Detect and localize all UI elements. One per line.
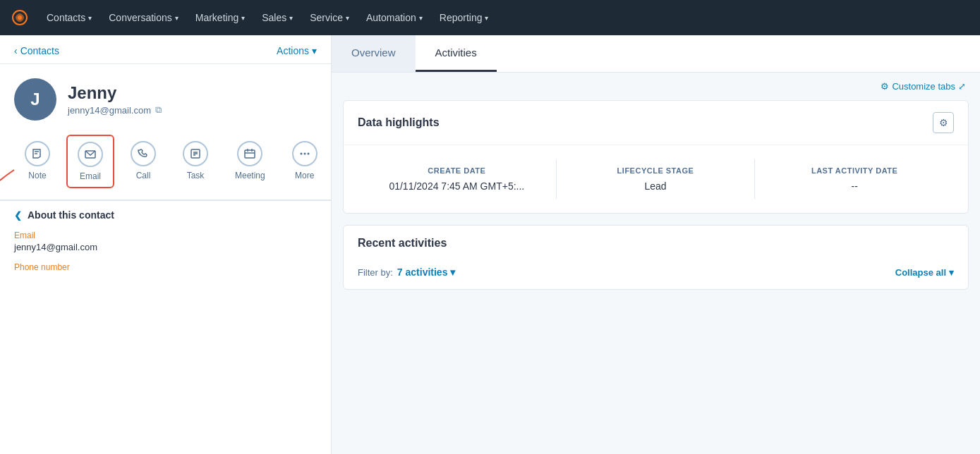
about-header: ❮ About this contact [14, 209, 317, 221]
highlight-last-activity: LAST ACTIVITY DATE -- [755, 159, 954, 199]
last-activity-label: LAST ACTIVITY DATE [769, 166, 940, 175]
nav-service[interactable]: Service ▾ [303, 8, 356, 27]
actions-chevron-icon: ▾ [312, 45, 317, 56]
data-highlights-card: Data highlights ⚙ CREATE DATE 01/11/2024… [343, 100, 969, 214]
customize-bar: ⚙ Customize tabs ⤢ [343, 73, 969, 100]
meeting-icon [237, 141, 262, 166]
note-icon [25, 141, 50, 166]
tab-activities-label: Activities [435, 47, 477, 59]
contact-email-value: jenny14@gmail.com [68, 105, 151, 116]
call-button[interactable]: Call [120, 135, 167, 188]
recent-activities-title: Recent activities [358, 237, 447, 250]
actions-button[interactable]: Actions ▾ [277, 45, 317, 56]
hubspot-logo [11, 9, 28, 26]
contact-info: J Jenny jenny14@gmail.com ⧉ [0, 64, 331, 128]
call-icon [131, 141, 156, 166]
highlight-create-date: CREATE DATE 01/11/2024 7:45 AM GMT+5:... [358, 159, 557, 199]
back-to-contacts-link[interactable]: ‹ Contacts [14, 45, 59, 56]
filter-prefix-label: Filter by: [358, 267, 393, 278]
about-section: ❮ About this contact Email jenny14@gmail… [0, 200, 331, 290]
note-label: Note [28, 171, 46, 180]
meeting-label: Meeting [235, 171, 265, 180]
customize-tabs-link[interactable]: ⚙ Customize tabs ⤢ [881, 81, 966, 92]
svg-point-1 [18, 16, 22, 20]
email-button[interactable]: Email [66, 135, 114, 188]
more-icon [292, 141, 317, 166]
main-layout: ‹ Contacts Actions ▾ J Jenny jenny14@gma… [0, 35, 980, 454]
nav-sales[interactable]: Sales ▾ [255, 8, 300, 27]
left-panel-header: ‹ Contacts Actions ▾ [0, 35, 331, 64]
nav-contacts[interactable]: Contacts ▾ [40, 8, 99, 27]
filter-by-group: Filter by: 7 activities ▾ [358, 266, 455, 278]
email-label: Email [80, 171, 101, 181]
email-field-value: jenny14@gmail.com [14, 242, 317, 252]
left-panel: ‹ Contacts Actions ▾ J Jenny jenny14@gma… [0, 35, 332, 454]
top-nav: Contacts ▾ Conversations ▾ Marketing ▾ S… [0, 0, 980, 35]
recent-activities-card: Recent activities Filter by: 7 activitie… [343, 225, 969, 290]
contact-avatar: J [14, 78, 56, 121]
contact-name: Jenny [68, 83, 162, 103]
nav-marketing[interactable]: Marketing ▾ [188, 8, 252, 27]
meeting-button[interactable]: Meeting [224, 135, 276, 188]
nav-reporting[interactable]: Reporting ▾ [432, 8, 496, 27]
marketing-chevron-icon: ▾ [241, 14, 245, 22]
tab-activities[interactable]: Activities [416, 35, 497, 72]
customize-tabs-external-icon: ⤢ [958, 81, 966, 92]
highlight-lifecycle-stage: LIFECYCLE STAGE Lead [557, 159, 756, 199]
copy-email-icon[interactable]: ⧉ [155, 104, 162, 116]
about-phone-field: Phone number [14, 262, 317, 272]
customize-tabs-gear-icon: ⚙ [881, 81, 889, 92]
more-label: More [295, 171, 314, 180]
customize-tabs-label: Customize tabs [892, 81, 955, 92]
create-date-value: 01/11/2024 7:45 AM GMT+5:... [372, 180, 542, 192]
recent-activities-header: Recent activities [344, 226, 968, 261]
back-chevron-icon: ‹ [14, 45, 18, 56]
call-label: Call [136, 171, 151, 180]
about-collapse-icon[interactable]: ❮ [14, 210, 22, 221]
create-date-label: CREATE DATE [372, 166, 542, 175]
data-highlights-settings-button[interactable]: ⚙ [933, 112, 954, 133]
about-section-title: About this contact [28, 209, 114, 221]
right-panel: Overview Activities ⚙ Customize tabs ⤢ D… [332, 35, 980, 454]
reporting-chevron-icon: ▾ [485, 14, 488, 22]
task-label: Task [187, 171, 205, 180]
tab-overview[interactable]: Overview [332, 35, 416, 72]
data-highlights-grid: CREATE DATE 01/11/2024 7:45 AM GMT+5:...… [344, 145, 968, 213]
conversations-chevron-icon: ▾ [175, 14, 179, 22]
contact-email-row: jenny14@gmail.com ⧉ [68, 104, 162, 116]
email-field-label: Email [14, 231, 317, 240]
service-chevron-icon: ▾ [346, 14, 349, 22]
filter-value-button[interactable]: 7 activities ▾ [397, 266, 456, 278]
last-activity-value: -- [769, 180, 940, 192]
collapse-all-chevron-icon: ▾ [949, 267, 954, 278]
nav-automation[interactable]: Automation ▾ [359, 8, 430, 27]
nav-conversations[interactable]: Conversations ▾ [102, 8, 186, 27]
svg-point-14 [303, 153, 306, 155]
note-button[interactable]: Note [14, 135, 61, 188]
action-buttons-row: Note Email Call [0, 128, 331, 200]
contacts-chevron-icon: ▾ [88, 14, 92, 22]
filter-chevron-icon: ▾ [450, 266, 455, 278]
actions-label: Actions [277, 45, 309, 56]
back-label: Contacts [20, 45, 59, 56]
content-area: ⚙ Customize tabs ⤢ Data highlights ⚙ CRE… [332, 73, 980, 312]
task-button[interactable]: Task [172, 135, 219, 188]
data-highlights-gear-icon: ⚙ [939, 117, 948, 128]
filter-row: Filter by: 7 activities ▾ Collapse all ▾ [344, 261, 968, 289]
svg-point-13 [300, 153, 302, 155]
task-icon [183, 141, 208, 166]
contact-details: Jenny jenny14@gmail.com ⧉ [68, 83, 162, 116]
collapse-all-label: Collapse all [895, 267, 946, 278]
automation-chevron-icon: ▾ [419, 14, 423, 22]
sales-chevron-icon: ▾ [289, 14, 293, 22]
lifecycle-stage-value: Lead [571, 180, 741, 192]
data-highlights-title: Data highlights [358, 116, 440, 129]
phone-field-label: Phone number [14, 262, 317, 272]
tabs-bar: Overview Activities [332, 35, 980, 73]
about-email-field: Email jenny14@gmail.com [14, 231, 317, 252]
filter-value-label: 7 activities [397, 266, 448, 278]
collapse-all-button[interactable]: Collapse all ▾ [895, 267, 954, 278]
svg-rect-9 [245, 150, 255, 158]
tab-overview-label: Overview [351, 47, 396, 59]
more-button[interactable]: More [282, 135, 328, 188]
